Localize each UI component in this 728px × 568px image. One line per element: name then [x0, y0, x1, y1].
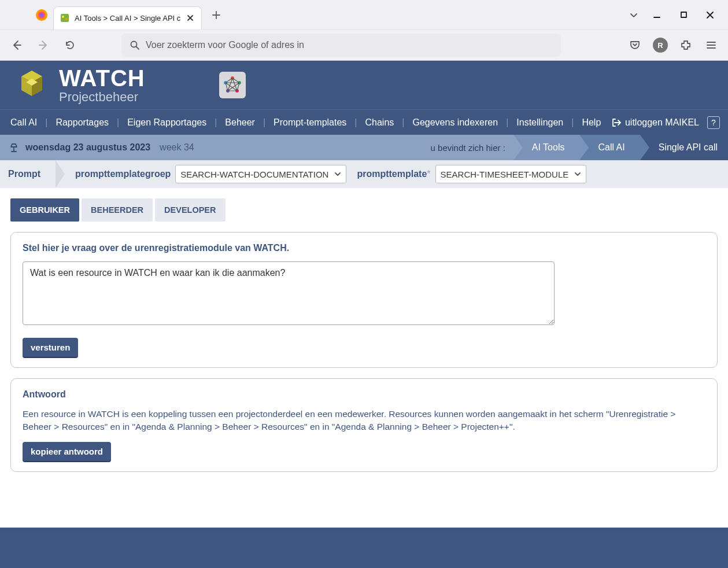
- chevron-down-icon: [334, 171, 341, 178]
- svg-rect-3: [61, 14, 69, 22]
- current-date: woensdag 23 augustus 2023: [25, 142, 150, 153]
- browser-chrome: AI Tools > Call AI > Single API c: [0, 0, 728, 61]
- maximize-button[interactable]: [670, 3, 697, 27]
- svg-rect-6: [681, 12, 686, 17]
- nav-item-help[interactable]: Help: [579, 117, 603, 128]
- breadcrumb: u bevindt zich hier : AI Tools Call AI S…: [431, 135, 728, 160]
- current-week: week 34: [160, 142, 194, 153]
- toolbar-right-icons: R: [625, 35, 721, 55]
- tab-close-icon[interactable]: [185, 13, 195, 23]
- copy-answer-button[interactable]: kopieer antwoord: [23, 442, 111, 461]
- nav-item-instellingen[interactable]: Instellingen: [514, 117, 566, 128]
- breadcrumb-label: u bevindt zich hier :: [431, 143, 505, 153]
- role-tabs: GEBRUIKER BEHEERDER DEVELOPER: [10, 198, 718, 222]
- close-window-button[interactable]: [697, 3, 723, 27]
- back-button[interactable]: [7, 35, 27, 55]
- nav-toolbar: Voer zoekterm voor Google of adres in R: [0, 30, 728, 60]
- app-footer: [0, 528, 728, 568]
- firefox-icon: [35, 8, 49, 22]
- tab-favicon-icon: [60, 13, 70, 23]
- svg-point-2: [40, 13, 44, 17]
- minimize-button[interactable]: [644, 3, 670, 27]
- field-template: prompttemplate* SEARCH-TIMESHEET-MODULE: [357, 165, 586, 183]
- select-template[interactable]: SEARCH-TIMESHEET-MODULE: [435, 165, 587, 183]
- nav-item-gegevens-indexeren[interactable]: Gegevens indexeren: [410, 117, 500, 128]
- account-icon[interactable]: R: [651, 35, 670, 55]
- nav-item-beheer[interactable]: Beheer: [223, 117, 257, 128]
- browser-tab[interactable]: AI Tools > Call AI > Single API c: [53, 6, 202, 29]
- app-header: WATCH Projectbeheer: [0, 61, 728, 109]
- tab-developer[interactable]: DEVELOPER: [155, 198, 225, 222]
- breadcrumb-item-3[interactable]: Single API call: [640, 135, 728, 160]
- label-template: prompttemplate*: [357, 169, 430, 179]
- sub-bar: woensdag 23 augustus 2023 week 34 u bevi…: [0, 135, 728, 160]
- nav-right: uitloggen MAIKEL ?: [609, 116, 720, 129]
- tab-beheerder[interactable]: BEHEERDER: [82, 198, 153, 222]
- extensions-icon[interactable]: [676, 35, 696, 55]
- svg-point-5: [65, 18, 68, 20]
- date-block: woensdag 23 augustus 2023 week 34: [8, 142, 194, 153]
- field-template-group: prompttemplategroep SEARCH-WATCH-DOCUMEN…: [75, 165, 346, 183]
- content-area: GEBRUIKER BEHEERDER DEVELOPER Stel hier …: [0, 188, 728, 528]
- tab-strip: AI Tools > Call AI > Single API c: [0, 0, 728, 30]
- logout-icon: [611, 117, 622, 128]
- tab-title: AI Tools > Call AI > Single API c: [75, 14, 180, 23]
- answer-heading: Antwoord: [23, 389, 705, 400]
- question-heading: Stel hier je vraag over de urenregistrat…: [23, 243, 705, 253]
- logout-link[interactable]: uitloggen MAIKEL: [609, 117, 701, 128]
- network-icon[interactable]: [219, 72, 246, 98]
- nav-item-chains[interactable]: Chains: [363, 117, 397, 128]
- question-panel: Stel hier je vraag over de urenregistrat…: [10, 232, 718, 368]
- nav-item-rapportages[interactable]: Rapportages: [53, 117, 111, 128]
- answer-text: Een resource in WATCH is een koppeling t…: [23, 408, 705, 434]
- nav-item-eigen-rapportages[interactable]: Eigen Rapportages: [125, 117, 209, 128]
- pin-icon[interactable]: [8, 142, 20, 153]
- tabs-dropdown-icon[interactable]: [624, 5, 644, 25]
- nav-item-call-ai[interactable]: Call AI: [8, 117, 39, 128]
- prompt-crumb: Prompt: [0, 160, 56, 188]
- label-template-group: prompttemplategroep: [75, 169, 171, 179]
- breadcrumb-item-2[interactable]: Call AI: [579, 135, 640, 160]
- nav-item-prompt-templates[interactable]: Prompt-templates: [271, 117, 349, 128]
- tab-gebruiker[interactable]: GEBRUIKER: [10, 198, 79, 222]
- help-square-icon[interactable]: ?: [707, 116, 720, 129]
- search-icon: [130, 40, 140, 50]
- avatar-letter: R: [653, 38, 668, 53]
- send-button[interactable]: versturen: [23, 338, 78, 357]
- logout-label: uitloggen MAIKEL: [625, 117, 699, 128]
- window-controls: [624, 3, 723, 27]
- url-placeholder: Voer zoekterm voor Google of adres in: [146, 40, 304, 50]
- brand-logo[interactable]: WATCH Projectbeheer: [10, 64, 145, 106]
- answer-panel: Antwoord Een resource in WATCH is een ko…: [10, 378, 718, 472]
- question-textarea[interactable]: [23, 261, 555, 325]
- breadcrumb-item-1[interactable]: AI Tools: [513, 135, 580, 160]
- select-template-group[interactable]: SEARCH-WATCH-DOCUMENTATION: [175, 165, 346, 183]
- brand-mark-icon: [10, 64, 53, 106]
- url-bar[interactable]: Voer zoekterm voor Google of adres in: [121, 34, 561, 57]
- brand-line1: WATCH: [59, 67, 145, 90]
- reload-button[interactable]: [60, 35, 80, 55]
- pocket-icon[interactable]: [625, 35, 645, 55]
- main-nav: Call AI| Rapportages| Eigen Rapportages|…: [0, 109, 728, 135]
- filter-bar: Prompt prompttemplategroep SEARCH-WATCH-…: [0, 160, 728, 188]
- select-template-value: SEARCH-TIMESHEET-MODULE: [441, 169, 569, 179]
- app-root: WATCH Projectbeheer Call AI| Rapportages…: [0, 61, 728, 568]
- select-template-group-value: SEARCH-WATCH-DOCUMENTATION: [180, 169, 328, 179]
- chevron-down-icon: [574, 171, 581, 178]
- menu-icon[interactable]: [701, 35, 721, 55]
- nav-items: Call AI| Rapportages| Eigen Rapportages|…: [8, 117, 603, 128]
- brand-text: WATCH Projectbeheer: [59, 67, 145, 104]
- brand-line2: Projectbeheer: [59, 91, 145, 104]
- forward-button[interactable]: [34, 35, 53, 55]
- svg-point-4: [62, 16, 64, 18]
- new-tab-button[interactable]: [206, 5, 226, 25]
